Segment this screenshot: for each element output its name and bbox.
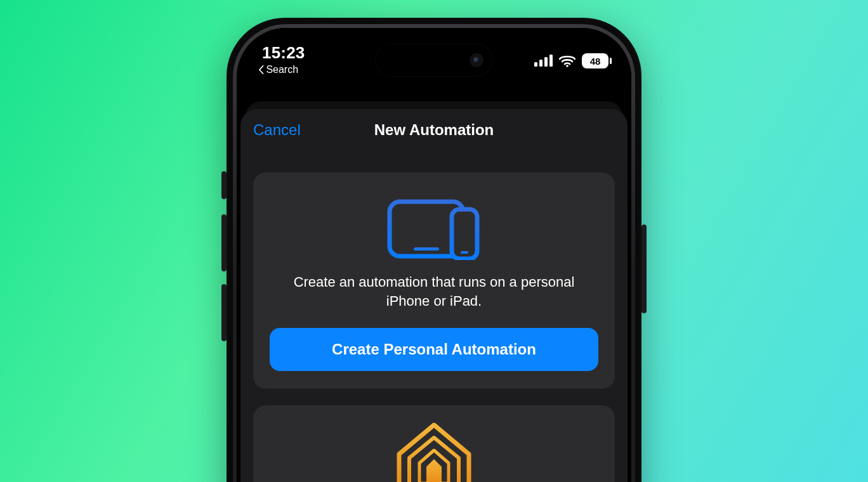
mute-switch xyxy=(221,171,227,199)
front-camera-icon xyxy=(470,53,483,67)
side-button xyxy=(641,225,647,313)
volume-up-button xyxy=(221,214,227,271)
cancel-button[interactable]: Cancel xyxy=(253,109,301,151)
svg-rect-2 xyxy=(414,247,439,251)
sheet-header: Cancel New Automation xyxy=(240,109,628,151)
new-automation-sheet: Cancel New Automation xyxy=(240,109,628,482)
home-icon xyxy=(393,424,475,482)
personal-automation-card: Create an automation that runs on a pers… xyxy=(253,173,615,389)
create-personal-automation-button[interactable]: Create Personal Automation xyxy=(270,328,598,371)
breadcrumb-back[interactable]: Search xyxy=(258,64,298,75)
breadcrumb-label: Search xyxy=(266,64,298,75)
personal-automation-description: Create an automation that runs on a pers… xyxy=(285,273,583,310)
sheet-title: New Automation xyxy=(374,121,494,139)
screen-body: Cancel New Automation xyxy=(237,28,631,482)
home-automation-card xyxy=(253,405,615,482)
devices-icon xyxy=(383,197,485,260)
sheet-content: Create an automation that runs on a pers… xyxy=(240,151,628,482)
volume-down-button xyxy=(221,284,227,341)
device-bezel: 15:23 Search xyxy=(233,24,635,482)
device-screen: 15:23 Search xyxy=(237,28,631,482)
chevron-left-icon xyxy=(258,65,265,74)
svg-rect-5 xyxy=(461,251,468,254)
device: 15:23 Search xyxy=(227,18,641,482)
dynamic-island xyxy=(376,44,492,76)
device-frame: 15:23 Search xyxy=(227,18,641,482)
status-time: 15:23 xyxy=(262,43,305,63)
